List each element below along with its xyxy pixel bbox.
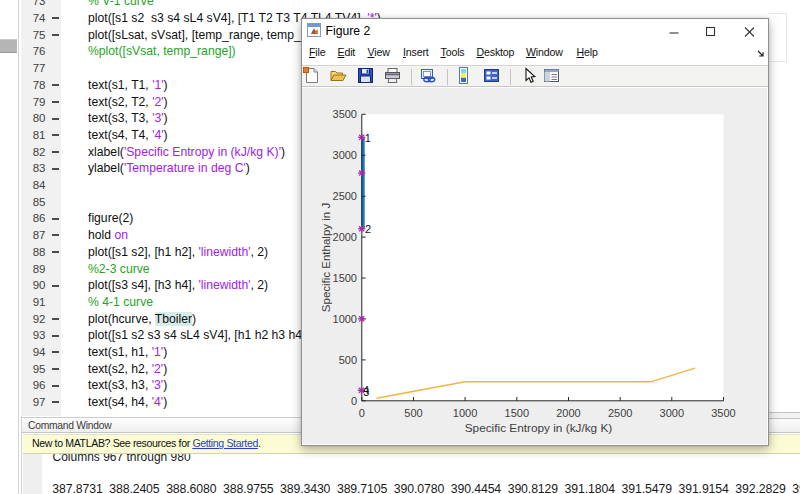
svg-text:500: 500 — [404, 406, 422, 418]
svg-text:500: 500 — [338, 353, 356, 365]
svg-text:3000: 3000 — [659, 406, 683, 418]
svg-text:0: 0 — [358, 406, 364, 418]
svg-text:3500: 3500 — [711, 406, 735, 418]
svg-text:2000: 2000 — [332, 231, 356, 243]
svg-text:1: 1 — [364, 131, 370, 143]
svg-text:1000: 1000 — [452, 406, 476, 418]
svg-text:1500: 1500 — [332, 272, 356, 284]
svg-text:3: 3 — [363, 386, 369, 398]
svg-text:2500: 2500 — [332, 190, 356, 202]
svg-text:3500: 3500 — [332, 108, 356, 120]
svg-text:Specific Enthalpy in J: Specific Enthalpy in J — [319, 202, 331, 311]
svg-text:2: 2 — [364, 223, 370, 235]
svg-text:1000: 1000 — [332, 312, 356, 324]
svg-text:3000: 3000 — [332, 149, 356, 161]
svg-text:0: 0 — [350, 394, 356, 406]
svg-text:1500: 1500 — [504, 406, 528, 418]
svg-text:Specific Entropy in (kJ/kg K): Specific Entropy in (kJ/kg K) — [464, 421, 612, 435]
svg-text:2500: 2500 — [607, 406, 631, 418]
svg-text:2000: 2000 — [556, 406, 580, 418]
